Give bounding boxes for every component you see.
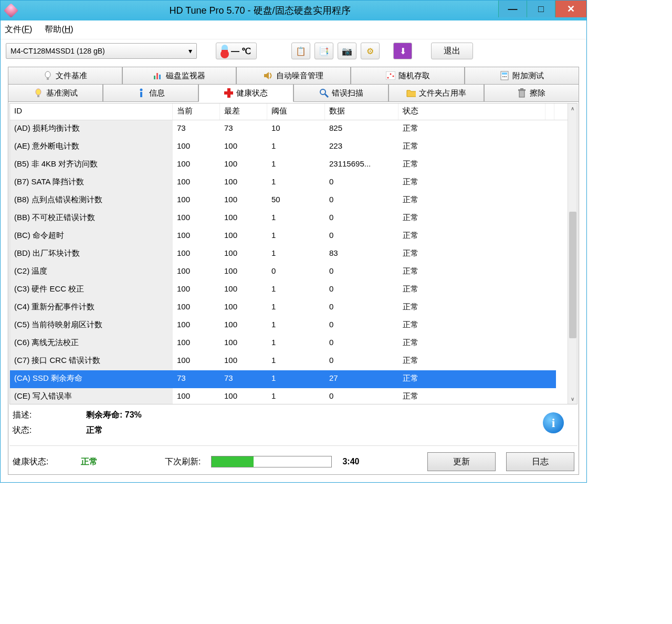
camera-icon: 📷 [342, 46, 352, 56]
thermometer-icon [222, 45, 228, 57]
cell-t: 1 [267, 370, 325, 388]
table-row[interactable]: (C2) 温度10010000正常 [10, 263, 577, 281]
scroll-thumb[interactable] [569, 212, 576, 338]
update-button[interactable]: 更新 [427, 452, 496, 471]
tab-文件夹占用率[interactable]: 文件夹占用率 [388, 84, 484, 102]
cell-c: 100 [173, 388, 220, 404]
cell-d: 0 [325, 281, 398, 299]
refresh-progress [211, 456, 332, 467]
cell-w: 100 [220, 299, 267, 317]
svg-point-0 [45, 71, 50, 78]
table-row[interactable]: (C3) 硬件 ECC 校正10010010正常 [10, 281, 577, 299]
menubar: 文件(F) 帮助(H) [1, 20, 586, 39]
col-current[interactable]: 当前 [173, 103, 220, 120]
cell-d: 0 [325, 317, 398, 335]
table-row[interactable]: (B7) SATA 降挡计数10010010正常 [10, 174, 577, 192]
scrollbar[interactable]: ∧ ∨ [568, 103, 577, 404]
tab-磁盘监视器[interactable]: 磁盘监视器 [122, 67, 237, 85]
save-button[interactable]: ⬇ [393, 43, 412, 59]
cell-s: 正常 [398, 192, 556, 210]
table-row[interactable]: (BB) 不可校正错误计数10010010正常 [10, 210, 577, 227]
cell-c: 100 [173, 299, 220, 317]
cell-c: 100 [173, 210, 220, 227]
cell-c: 100 [173, 156, 220, 174]
table-row[interactable]: (AE) 意外断电计数1001001223正常 [10, 138, 577, 156]
table-row[interactable]: (C7) 接口 CRC 错误计数10010010正常 [10, 352, 577, 370]
cell-w: 100 [220, 263, 267, 281]
cell-t: 1 [267, 352, 325, 370]
cell-w: 100 [220, 388, 267, 404]
tab-附加测试[interactable]: 附加测试 [465, 67, 579, 85]
col-worst[interactable]: 最差 [220, 103, 267, 120]
detail-area: 描述: 剩余寿命: 73% i 状态: 正常 [9, 404, 578, 441]
table-row[interactable]: (BD) 出厂坏块计数100100183正常 [10, 245, 577, 263]
tab-基准测试[interactable]: 基准测试 [8, 84, 103, 102]
cell-s: 正常 [398, 317, 556, 335]
table-row[interactable]: (C4) 重新分配事件计数10010010正常 [10, 299, 577, 317]
table-row[interactable]: (B8) 点到点错误检测计数100100500正常 [10, 192, 577, 210]
svg-rect-24 [518, 89, 526, 91]
menu-file[interactable]: 文件(F) [5, 24, 32, 35]
close-button[interactable]: ✕ [555, 1, 586, 17]
settings-button[interactable]: ⚙ [361, 43, 380, 59]
screenshot-button[interactable]: 📷 [338, 43, 356, 59]
table-row[interactable]: (B5) 非 4KB 对齐访问数100100123115695...正常 [10, 156, 577, 174]
cell-id: (C3) 硬件 ECC 校正 [10, 281, 173, 299]
cell-c: 100 [173, 335, 220, 352]
cell-t: 1 [267, 299, 325, 317]
cell-d: 0 [325, 174, 398, 192]
table-row[interactable]: (C5) 当前待映射扇区计数10010010正常 [10, 317, 577, 335]
table-row[interactable]: (CE) 写入错误率10010010正常 [10, 388, 577, 404]
tab-信息[interactable]: 信息 [103, 84, 198, 102]
drive-select[interactable]: M4-CT128M4SSD1 (128 gB) ▾ [6, 43, 197, 59]
cell-id: (B5) 非 4KB 对齐访问数 [10, 156, 173, 174]
tab-擦除[interactable]: 擦除 [484, 84, 579, 102]
bulb-y-icon [34, 88, 43, 98]
table-row[interactable]: (BC) 命令超时10010010正常 [10, 227, 577, 245]
bars-icon [153, 71, 163, 80]
tab-自动噪音管理[interactable]: 自动噪音管理 [236, 67, 351, 85]
progress-fill [212, 456, 254, 467]
col-status[interactable]: 状态 [398, 103, 545, 120]
cell-id: (B7) SATA 降挡计数 [10, 174, 173, 192]
col-threshold[interactable]: 阈值 [267, 103, 325, 120]
cell-s: 正常 [398, 210, 556, 227]
cell-c: 100 [173, 192, 220, 210]
svg-rect-18 [140, 92, 142, 97]
copy-button[interactable]: 📋 [291, 43, 310, 59]
minimize-button[interactable]: — [498, 1, 527, 17]
cell-id: (BB) 不可校正错误计数 [10, 210, 173, 227]
menu-help[interactable]: 帮助(H) [45, 24, 73, 35]
table-row[interactable]: (CA) SSD 剩余寿命7373127正常 [10, 370, 577, 388]
info-icon[interactable]: i [543, 412, 564, 433]
dropdown-arrow-icon: ▾ [188, 47, 192, 55]
cell-t: 1 [267, 210, 325, 227]
scroll-up-icon[interactable]: ∧ [568, 103, 578, 113]
plus-red-icon [224, 88, 233, 98]
svg-line-22 [325, 94, 328, 97]
titlebar[interactable]: HD Tune Pro 5.70 - 硬盘/固态硬盘实用程序 — □ ✕ [1, 1, 586, 20]
tab-错误扫描[interactable]: 错误扫描 [293, 84, 388, 102]
cell-t: 1 [267, 388, 325, 404]
tab-文件基准[interactable]: 文件基准 [8, 67, 122, 85]
table-row[interactable]: (AD) 损耗均衡计数737310825正常 [10, 120, 577, 138]
download-icon: ⬇ [400, 46, 406, 56]
tab-健康状态[interactable]: 健康状态 [198, 84, 293, 102]
tab-随机存取[interactable]: 随机存取 [351, 67, 465, 85]
exit-button[interactable]: 退出 [431, 43, 473, 59]
table-row[interactable]: (C6) 离线无法校正10010010正常 [10, 335, 577, 352]
smart-table: ID 当前 最差 阈值 数据 状态 (AD) 损耗均衡计数737310825正常… [9, 103, 578, 404]
copy-all-button[interactable]: 📑 [314, 43, 333, 59]
maximize-button[interactable]: □ [527, 1, 555, 17]
col-id[interactable]: ID [10, 103, 173, 120]
svg-point-12 [502, 76, 503, 77]
cell-s: 正常 [398, 174, 556, 192]
cell-w: 100 [220, 317, 267, 335]
cell-c: 100 [173, 138, 220, 156]
log-button[interactable]: 日志 [506, 452, 574, 471]
cell-s: 正常 [398, 227, 556, 245]
scroll-down-icon[interactable]: ∨ [568, 394, 578, 404]
col-data[interactable]: 数据 [325, 103, 398, 120]
cell-s: 正常 [398, 120, 556, 138]
tab-label: 磁盘监视器 [166, 71, 205, 81]
